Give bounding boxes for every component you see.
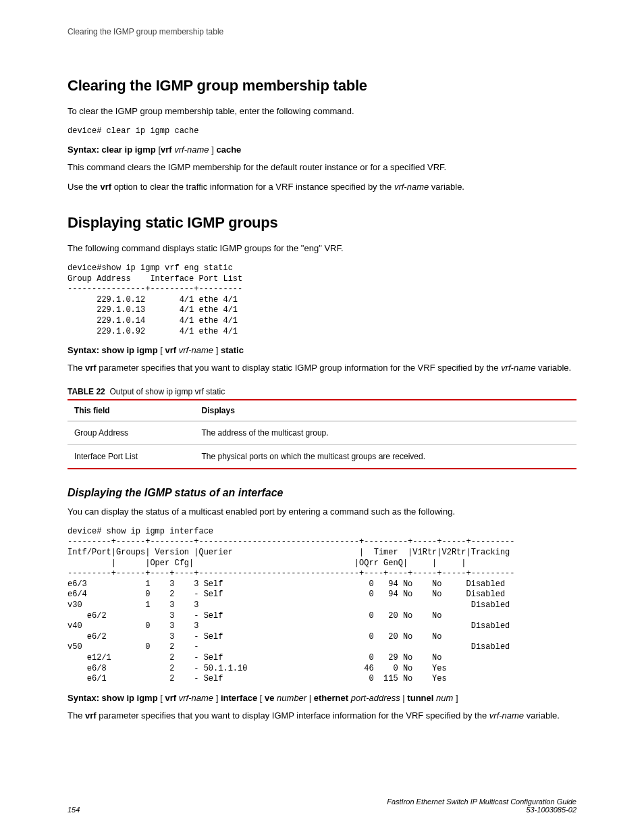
section2-syntax: Syntax: show ip igmp [ vrf vrf-name ] st… (68, 345, 576, 355)
section-heading-clearing: Clearing the IGMP group membership table (68, 77, 576, 95)
th-field: This field (68, 400, 195, 421)
syntax-tunnel-kw: tunnel (407, 693, 433, 703)
text: variable. (524, 710, 560, 721)
table-row: Interface Port List The physical ports o… (68, 444, 576, 469)
section1-intro: To clear the IGMP group membership table… (68, 105, 576, 118)
pipe: | (402, 693, 404, 703)
text: parameter specifies that you want to dis… (97, 710, 489, 721)
keyword-vrf: vrf (100, 182, 111, 192)
running-header: Clearing the IGMP group membership table (68, 27, 576, 36)
cell-desc: The address of the multicast group. (195, 421, 577, 444)
section2-desc: The vrf parameter specifies that you wan… (68, 362, 576, 375)
section1-desc2: Use the vrf option to clear the traffic … (68, 181, 576, 194)
syntax-number-var: number (277, 693, 306, 703)
cell-field: Interface Port List (68, 444, 195, 469)
footer-right: FastIron Ethernet Switch IP Multicast Co… (387, 798, 576, 814)
cell-desc: The physical ports on which the multicas… (195, 444, 577, 469)
keyword-vrf: vrf (85, 363, 97, 373)
syntax-suffix: cache (216, 145, 241, 155)
keyword-vrf: vrf (85, 710, 97, 721)
page-number: 154 (68, 806, 80, 814)
bracket: ] (216, 345, 219, 355)
output-table: This field Displays Group Address The ad… (68, 399, 576, 469)
syntax-suffix: static (221, 345, 244, 355)
syntax-vrf-var: vrf-name (179, 345, 213, 355)
table-label: TABLE 22 (68, 387, 105, 396)
syntax-vrf-kw: vrf (165, 345, 177, 355)
var-vrf-name: vrf-name (489, 710, 524, 721)
footer-doc-number: 53-1003085-02 (387, 806, 576, 814)
bracket: ] (216, 693, 219, 703)
pipe: | (309, 693, 311, 703)
text: variable. (429, 182, 464, 192)
section3-cli-block: device# show ip igmp interface ---------… (68, 527, 576, 685)
bracket: [ (160, 345, 163, 355)
section3-syntax: Syntax: show ip igmp [ vrf vrf-name ] in… (68, 693, 576, 703)
text: The (68, 363, 85, 373)
table-caption-text: Output of show ip igmp vrf static (109, 387, 225, 396)
subsection-heading-igmp-status: Displaying the IGMP status of an interfa… (68, 487, 576, 499)
text: Use the (68, 182, 100, 192)
var-vrf-name: vrf-name (394, 182, 429, 192)
bracket: [ (160, 693, 163, 703)
syntax-ethernet-kw: ethernet (314, 693, 348, 703)
syntax-prefix: Syntax: show ip igmp (68, 345, 158, 355)
section1-desc1: This command clears the IGMP membership … (68, 161, 576, 174)
page-footer: 154 FastIron Ethernet Switch IP Multicas… (68, 798, 576, 814)
table-header-row: This field Displays (68, 400, 576, 421)
syntax-port-var: port-address (351, 693, 400, 703)
section-heading-static-groups: Displaying static IGMP groups (68, 214, 576, 232)
text: parameter specifies that you want to dis… (97, 363, 502, 373)
table-caption: TABLE 22 Output of show ip igmp vrf stat… (68, 387, 576, 396)
var-vrf-name: vrf-name (501, 363, 535, 373)
syntax-vrf-var: vrf-name (179, 693, 213, 703)
section1-syntax: Syntax: clear ip igmp [vrf vrf-name ] ca… (68, 145, 576, 155)
section3-desc: The vrf parameter specifies that you wan… (68, 710, 576, 723)
syntax-interface-kw: interface (221, 693, 257, 703)
syntax-prefix: Syntax: show ip igmp (68, 693, 158, 703)
syntax-vrf-var: vrf-name (174, 145, 209, 155)
syntax-vrf-kw: vrf (165, 693, 177, 703)
section2-intro: The following command displays static IG… (68, 242, 576, 255)
bracket: ] (456, 693, 458, 703)
text: variable. (535, 363, 571, 373)
section3-intro: You can display the status of a multicas… (68, 506, 576, 519)
text: The (68, 710, 85, 721)
cell-field: Group Address (68, 421, 195, 444)
text: option to clear the traffic information … (111, 182, 394, 192)
th-displays: Displays (195, 400, 577, 421)
footer-doc-title: FastIron Ethernet Switch IP Multicast Co… (387, 798, 576, 806)
syntax-num-var: num (436, 693, 453, 703)
section2-cli-block: device#show ip igmp vrf eng static Group… (68, 263, 576, 337)
syntax-prefix: Syntax: clear ip igmp (68, 145, 156, 155)
section1-cli-block: device# clear ip igmp cache (68, 126, 576, 137)
table-row: Group Address The address of the multica… (68, 421, 576, 444)
bracket: [ (260, 693, 263, 703)
bracket: ] (211, 145, 214, 155)
syntax-ve-kw: ve (265, 693, 274, 703)
syntax-vrf-kw: vrf (161, 145, 172, 155)
